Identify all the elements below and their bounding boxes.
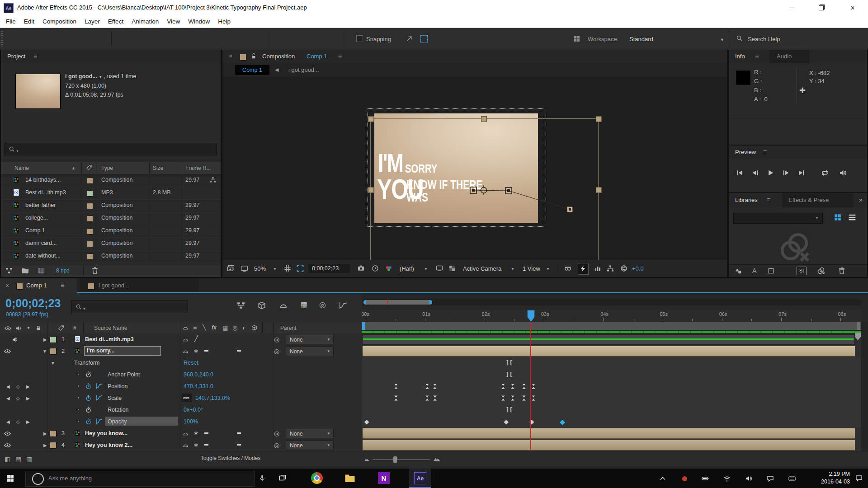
always-preview-icon[interactable] [227, 265, 235, 272]
close-button[interactable]: × [837, 0, 868, 16]
start-button[interactable] [6, 474, 14, 482]
project-row-tag[interactable] [87, 241, 93, 247]
project-bpc[interactable]: 8 bpc [56, 267, 69, 274]
audio-enabled-icon[interactable] [12, 336, 19, 343]
rotation-row[interactable]: Rotation 0x+0.0° [0, 404, 362, 416]
toggle-switches-modes-button[interactable]: Toggle Switches / Modes [181, 455, 280, 461]
stopwatch-icon[interactable] [85, 383, 92, 389]
prev-keyframe-icon[interactable]: ◀ [6, 396, 10, 401]
resolution-select[interactable]: (Half) [400, 265, 414, 272]
status-red-icon[interactable] [682, 476, 687, 481]
quality-switch[interactable] [204, 444, 208, 446]
parent-select[interactable]: None▼ [286, 335, 334, 344]
layer-color-chip[interactable] [50, 442, 57, 449]
project-panel-menu-icon[interactable]: ≡ [33, 52, 37, 60]
snap-box-icon[interactable] [420, 35, 428, 42]
source-name-column[interactable]: Source Name [94, 325, 127, 331]
preview-panel-menu-icon[interactable]: ≡ [763, 148, 767, 155]
keyframe-hourglass[interactable] [530, 383, 537, 389]
taskbar-search-field[interactable]: Ask me anything [25, 471, 255, 487]
anchor-point-label[interactable]: Anchor Point [108, 371, 140, 378]
project-row-tag[interactable] [87, 190, 93, 197]
column-type[interactable]: Type [101, 165, 113, 171]
lane-anchor-point[interactable] [362, 369, 861, 381]
project-search-field[interactable]: ▼ [5, 143, 217, 155]
project-flowchart-icon[interactable] [5, 267, 13, 274]
keyframe-diamond[interactable]: ◆ [364, 418, 369, 425]
project-row[interactable]: 14 birthdays...Composition29.97 [1, 174, 221, 187]
project-row[interactable]: damn card...Composition29.97 [1, 237, 221, 250]
menu-animation[interactable]: Animation [127, 16, 163, 27]
stopwatch-icon[interactable] [85, 371, 92, 378]
tab-audio[interactable]: Audio [769, 50, 809, 63]
lane-layer-2[interactable] [362, 345, 861, 357]
zoom-out-icon[interactable] [364, 457, 369, 462]
keyframe-hourglass[interactable] [393, 395, 399, 401]
opacity-row[interactable]: ◀ ◇ ▶ Opacity 100% [0, 416, 362, 428]
lane-layer-3[interactable] [362, 427, 861, 440]
onenote-button[interactable]: N [378, 472, 390, 484]
magnification-arrow-icon[interactable]: ▼ [273, 267, 277, 271]
parent-pickwhip-icon[interactable]: ◎ [274, 336, 279, 343]
channels-icon[interactable] [385, 265, 392, 272]
menu-window[interactable]: Window [184, 16, 214, 27]
graph-icon[interactable] [96, 418, 103, 425]
layer-name[interactable]: Hey you know 2... [85, 442, 132, 448]
after-effects-button-active[interactable]: Ae [409, 469, 431, 488]
mic-icon[interactable] [259, 474, 266, 482]
action-center-icon[interactable] [855, 474, 863, 482]
toolbar-grip[interactable] [1, 31, 3, 47]
project-row-tag[interactable] [87, 216, 93, 222]
group-expander[interactable]: ▼ [51, 361, 55, 366]
quality-switch[interactable]: ╱ [194, 336, 198, 342]
project-row[interactable]: Best di...ith.mp3MP32.8 MB [1, 187, 221, 200]
transform-group-row[interactable]: ▼ Transform Reset [0, 357, 362, 369]
column-size[interactable]: Size [153, 165, 163, 171]
chevron-up-icon[interactable] [659, 475, 666, 482]
view-layout-select[interactable]: 1 View [523, 265, 540, 272]
work-area-start-handle[interactable] [362, 322, 365, 330]
expand-layer-switches-icon[interactable]: ◧ [5, 456, 10, 462]
view-layout-arrow-icon[interactable]: ▼ [546, 267, 550, 271]
parent-select[interactable]: None▼ [286, 441, 334, 450]
keyframe-hourglass[interactable] [500, 395, 506, 401]
timeline-vscroll[interactable] [862, 333, 868, 451]
taskbar-clock[interactable]: 2:19 PM2016-04-03 [808, 470, 850, 486]
project-row-name[interactable]: college... [25, 215, 48, 221]
menu-layer[interactable]: Layer [80, 16, 104, 27]
layer-row-1[interactable]: ▶ 1 Best di...mith.mp3 ╱ ◎ None▼ [0, 333, 362, 346]
add-keyframe-icon[interactable]: ◇ [16, 419, 20, 424]
menu-composition[interactable]: Composition [38, 16, 80, 27]
region-icon[interactable] [436, 265, 443, 272]
tab-preview[interactable]: Preview [735, 149, 756, 155]
task-view-button[interactable] [278, 474, 287, 482]
layer-color-chip[interactable] [50, 430, 57, 437]
project-row-name[interactable]: better father [25, 202, 56, 208]
workspace-select[interactable]: Standard▼ [629, 36, 724, 42]
fast-previews-button[interactable] [578, 263, 589, 275]
keyframe-pair-marker[interactable]: ][ [506, 359, 513, 366]
project-row[interactable]: Comp 1Composition29.97 [1, 225, 221, 238]
keyboard-icon[interactable] [788, 475, 796, 482]
menu-view[interactable]: View [163, 16, 184, 27]
timeline-zoom-track[interactable] [373, 459, 430, 460]
layer-name[interactable]: Best di...mith.mp3 [85, 336, 134, 343]
collapse-switch[interactable]: ∗ [193, 442, 198, 448]
magnification-select[interactable]: 50% [254, 265, 266, 272]
keyframe-hourglass[interactable] [424, 383, 430, 389]
play-button[interactable] [767, 169, 774, 177]
keyframe-hourglass[interactable] [424, 395, 430, 401]
primary-viewer-icon[interactable] [241, 265, 248, 272]
first-frame-button[interactable] [736, 169, 744, 177]
transparency-grid-icon[interactable] [448, 265, 456, 272]
motion-blur-icon[interactable]: ◎ [319, 301, 326, 309]
project-row[interactable]: date without...Composition29.97 [1, 250, 221, 263]
work-area-bar[interactable] [362, 322, 861, 330]
trash-icon[interactable] [91, 267, 99, 274]
link-dimensions-icon[interactable] [182, 394, 192, 402]
parent-select[interactable]: None▼ [286, 347, 334, 356]
graph-icon[interactable] [96, 383, 103, 389]
wifi-icon[interactable] [723, 475, 731, 482]
libraries-filter-select[interactable]: ▼ [733, 213, 823, 224]
menu-help[interactable]: Help [214, 16, 235, 27]
